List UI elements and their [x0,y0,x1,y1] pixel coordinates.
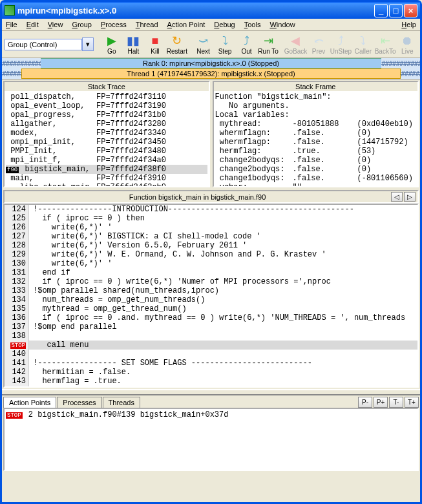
backto-icon: ⇤ [378,34,392,48]
menubar: File Edit View Group Process Thread Acti… [2,19,420,31]
stack-trace-row[interactable]: main,FP=7fffd24f3910 [6,174,207,183]
stack-trace-row[interactable]: mpi_init_f,FP=7fffd24f34a0 [6,156,207,165]
source-line[interactable]: 130 write(6,*)' ' [5,259,417,268]
stack-trace-row[interactable]: __libc_start_main,FP=7fffd24f3ab0 [6,183,207,186]
source-line[interactable]: 143 hermflag = .true. [5,377,417,386]
source-line[interactable]: 124!----------------INTRODUCTION--------… [5,205,417,214]
source-line[interactable]: 126 write(6,*)' ' [5,223,417,232]
stack-frame-var[interactable]: change2bodyqs:.false.(0) [215,165,417,174]
p-plus-button[interactable]: P+ [374,397,388,408]
source-line[interactable]: 135 mythread = omp_get_thread_num() [5,304,417,313]
source-line[interactable]: STOP call menu [5,341,417,350]
source-line[interactable]: 142 hermitian = .false. [5,368,417,377]
source-line[interactable]: 144 whermflagp = .true. ! for protons [5,386,417,388]
menu-action[interactable]: Action Point [167,21,206,28]
close-button[interactable]: × [404,4,417,17]
menu-tools[interactable]: Tools [244,21,261,28]
stack-frame-var[interactable]: whermflagn:.false.(0) [215,129,417,138]
menu-file[interactable]: File [6,21,17,28]
tab-threads[interactable]: Threads [103,397,140,408]
action-points-body[interactable]: STOP 2 bigstick_main.f90#139 bigstick_ma… [3,408,419,471]
window-title: mpirun<mpibigstick.x>.0 [17,6,374,16]
prev-button[interactable]: ⤺Prev [308,32,329,56]
go-button[interactable]: ▶Go [101,32,122,56]
menu-thread[interactable]: Thread [136,21,158,28]
restart-button[interactable]: ↻Restart [167,32,187,56]
source-line[interactable]: 134 num_threads = omp_get_num_threads() [5,295,417,304]
menu-window[interactable]: Window [269,21,295,28]
menu-debug[interactable]: Debug [214,21,235,28]
stack-trace-row[interactable]: f90 bigstick_main,FP=7fffd24f38f0 [6,165,207,174]
toolbar: Group (Control) ▾ ▶Go ▮▮Halt ■Kill ↻Rest… [2,31,420,58]
stack-frame-var[interactable]: change2bodyqs:.false.(0) [215,156,417,165]
source-line[interactable]: 129 write(6,*)' W. E. Ormand, C. W. John… [5,250,417,259]
stack-frame-var[interactable]: whermflagp:.false.(144715792) [215,138,417,147]
step-button[interactable]: ⤵Step [215,32,235,56]
menu-help[interactable]: Help [401,21,416,28]
minimize-button[interactable]: _ [374,4,388,17]
caller-icon: ⤵ [356,34,370,48]
next-button[interactable]: ⤻Next [193,32,214,56]
menu-edit[interactable]: Edit [26,21,39,28]
source-view[interactable]: 124!----------------INTRODUCTION--------… [3,204,419,388]
live-button[interactable]: ⏺Live [397,32,418,56]
out-icon: ⤴ [240,34,254,48]
chevron-down-icon[interactable]: ▾ [82,37,94,51]
source-line[interactable]: 137!$omp end parallel [5,322,417,331]
stack-trace-row[interactable]: poll_dispatch,FP=7fffd24f3110 [6,92,207,101]
unstep-button[interactable]: ⤴UnStep [330,32,352,56]
source-line[interactable]: 127 write(6,*)' BIGSTICK: a CI shell-mod… [5,232,417,241]
tab-processes[interactable]: Processes [57,397,101,408]
stack-trace-row[interactable]: ompi_mpi_init,FP=7fffd24f3450 [6,138,207,147]
source-line[interactable]: 141!----------------- SET SOME FLAGS ---… [5,359,417,368]
next-icon: ⤻ [196,34,210,48]
stack-trace-panel: Stack Trace poll_dispatch,FP=7fffd24f311… [3,81,210,187]
stack-trace-row[interactable]: PMPI_Init,FP=7fffd24f3480 [6,147,207,156]
source-line[interactable]: 138 [5,331,417,341]
splitter[interactable] [2,389,420,395]
source-line[interactable]: 131 end if [5,268,417,277]
stack-trace-row[interactable]: allgather,FP=7fffd24f3280 [6,120,207,129]
menu-process[interactable]: Process [101,21,127,28]
stack-frame-body[interactable]: Function "bigstick_main": No arguments.L… [214,91,418,186]
goback-button[interactable]: ◀GoBack [284,32,308,56]
source-line[interactable]: 140 [5,350,417,359]
source-line[interactable]: 132 if ( iproc == 0 ) write(6,*) 'Numer … [5,277,417,286]
menu-group[interactable]: Group [72,21,92,28]
prev-icon: ⤺ [311,34,326,48]
stack-frame-var[interactable]: mythread:-801051888(0xd040eb10) [215,120,417,129]
stop-badge: STOP [6,412,23,419]
maximize-button[interactable]: □ [389,4,403,17]
titlebar[interactable]: mpirun<mpibigstick.x>.0 _ □ × [2,2,420,19]
nav-prev-button[interactable]: ◁ [391,192,403,202]
caller-button[interactable]: ⤵Caller [353,32,374,56]
stack-trace-row[interactable]: modex,FP=7fffd24f3340 [6,129,207,138]
source-line[interactable]: 128 write(6,*)' Version 6.5.0, February … [5,241,417,250]
group-control-value[interactable]: Group (Control) [5,39,82,50]
group-control[interactable]: Group (Control) ▾ [5,37,94,51]
stack-frame-var[interactable]: hermflag:.true.(53) [215,147,417,156]
menu-view[interactable]: View [48,21,63,28]
t-plus-button[interactable]: T+ [405,397,419,408]
stack-trace-row[interactable]: opal_progress,FP=7fffd24f31b0 [6,110,207,120]
source-line[interactable]: 133!$omp parallel shared(num_threads,ipr… [5,286,417,295]
kill-button[interactable]: ■Kill [145,32,165,56]
action-point-row[interactable]: 2 bigstick_main.f90#139 bigstick_main+0x… [24,410,229,419]
nav-next-button[interactable]: ▷ [404,192,416,202]
halt-button[interactable]: ▮▮Halt [123,32,144,56]
stack-frame-var[interactable]: change1bodyqs:.false.(-801106560) [215,174,417,183]
t-minus-button[interactable]: T- [389,397,403,408]
out-button[interactable]: ⤴Out [237,32,257,56]
stack-frame-var[interactable]: ychar:"" [215,183,417,186]
p-minus-button[interactable]: P- [358,397,372,408]
stop-icon: ■ [148,34,162,48]
source-line[interactable]: 136 if ( iproc == 0 .and. mythread == 0 … [5,313,417,322]
stack-frame-title: Stack Frame [214,82,418,91]
stack-trace-body[interactable]: poll_dispatch,FP=7fffd24f3110 opal_event… [5,91,209,186]
unstep-icon: ⤴ [333,34,348,48]
source-line[interactable]: 125 if ( iproc == 0 ) then [5,214,417,223]
backto-button[interactable]: ⇤BackTo [375,32,396,56]
runto-button[interactable]: ⇥Run To [258,32,279,56]
stack-trace-row[interactable]: opal_event_loop,FP=7fffd24f3190 [6,101,207,110]
tab-action-points[interactable]: Action Points [3,397,56,408]
